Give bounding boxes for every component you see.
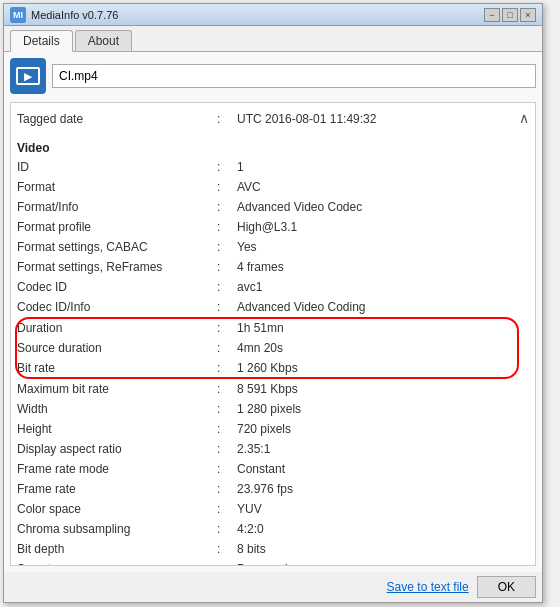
value-dar: 2.35:1 [237, 440, 529, 458]
row-width: Width : 1 280 pixels [17, 399, 529, 419]
window-title: MediaInfo v0.7.76 [31, 9, 484, 21]
value-chroma: 4:2:0 [237, 520, 529, 538]
tagged-date-value: UTC 2016-08-01 11:49:32 [237, 110, 519, 128]
row-height: Height : 720 pixels [17, 419, 529, 439]
value-id: 1 [237, 158, 529, 176]
value-duration: 1h 51mn [237, 319, 529, 337]
label-format-info: Format/Info [17, 198, 217, 216]
app-icon-text: MI [13, 10, 23, 20]
save-to-text-link[interactable]: Save to text file [387, 580, 469, 594]
bottom-bar: Save to text file OK [4, 572, 542, 602]
value-scan-type: Progressive [237, 560, 529, 566]
value-color-space: YUV [237, 500, 529, 518]
value-reframes: 4 frames [237, 258, 529, 276]
maximize-button[interactable]: □ [502, 8, 518, 22]
row-bit-depth: Bit depth : 8 bits [17, 539, 529, 559]
file-icon [10, 58, 46, 94]
file-bar [10, 58, 536, 94]
info-panel: Tagged date : UTC 2016-08-01 11:49:32 ∧ … [10, 102, 536, 566]
label-bit-rate: Bit rate [17, 359, 217, 377]
row-codec-id: Codec ID : avc1 [17, 277, 529, 297]
row-duration: Duration : 1h 51mn [17, 318, 529, 338]
window-controls: − □ × [484, 8, 536, 22]
value-max-bit-rate: 8 591 Kbps [237, 380, 529, 398]
label-height: Height [17, 420, 217, 438]
row-cabac: Format settings, CABAC : Yes [17, 237, 529, 257]
row-source-duration: Source duration : 4mn 20s [17, 338, 529, 358]
row-format: Format : AVC [17, 177, 529, 197]
value-format: AVC [237, 178, 529, 196]
video-section-title: Video [17, 141, 529, 155]
row-frame-rate: Frame rate : 23.976 fps [17, 479, 529, 499]
label-codec-id: Codec ID [17, 278, 217, 296]
main-window: MI MediaInfo v0.7.76 − □ × Details About… [3, 3, 543, 603]
row-dar: Display aspect ratio : 2.35:1 [17, 439, 529, 459]
label-bit-depth: Bit depth [17, 540, 217, 558]
label-frame-rate: Frame rate [17, 480, 217, 498]
row-format-profile: Format profile : High@L3.1 [17, 217, 529, 237]
row-reframes: Format settings, ReFrames : 4 frames [17, 257, 529, 277]
value-format-info: Advanced Video Codec [237, 198, 529, 216]
label-codec-id-info: Codec ID/Info [17, 298, 217, 316]
row-format-info: Format/Info : Advanced Video Codec [17, 197, 529, 217]
row-chroma: Chroma subsampling : 4:2:0 [17, 519, 529, 539]
value-height: 720 pixels [237, 420, 529, 438]
content-area: Tagged date : UTC 2016-08-01 11:49:32 ∧ … [4, 52, 542, 572]
row-frame-rate-mode: Frame rate mode : Constant [17, 459, 529, 479]
value-frame-rate-mode: Constant [237, 460, 529, 478]
title-bar: MI MediaInfo v0.7.76 − □ × [4, 4, 542, 26]
expand-icon[interactable]: ∧ [519, 108, 529, 129]
label-duration: Duration [17, 319, 217, 337]
value-width: 1 280 pixels [237, 400, 529, 418]
value-frame-rate: 23.976 fps [237, 480, 529, 498]
label-format-profile: Format profile [17, 218, 217, 236]
row-color-space: Color space : YUV [17, 499, 529, 519]
value-codec-id-info: Advanced Video Coding [237, 298, 529, 316]
value-cabac: Yes [237, 238, 529, 256]
label-max-bit-rate: Maximum bit rate [17, 380, 217, 398]
row-codec-id-info: Codec ID/Info : Advanced Video Coding [17, 297, 529, 317]
label-source-duration: Source duration [17, 339, 217, 357]
value-codec-id: avc1 [237, 278, 529, 296]
value-source-duration: 4mn 20s [237, 339, 529, 357]
close-button[interactable]: × [520, 8, 536, 22]
tagged-date-row: Tagged date : UTC 2016-08-01 11:49:32 ∧ [17, 107, 529, 130]
label-cabac: Format settings, CABAC [17, 238, 217, 256]
label-chroma: Chroma subsampling [17, 520, 217, 538]
label-color-space: Color space [17, 500, 217, 518]
label-width: Width [17, 400, 217, 418]
row-scan-type: Scan type : Progressive [17, 559, 529, 566]
ok-button[interactable]: OK [477, 576, 536, 598]
file-name-input[interactable] [52, 64, 536, 88]
label-dar: Display aspect ratio [17, 440, 217, 458]
app-icon: MI [10, 7, 26, 23]
row-id: ID : 1 [17, 157, 529, 177]
tagged-date-sep: : [217, 110, 237, 128]
label-scan-type: Scan type [17, 560, 217, 566]
value-bit-rate: 1 260 Kbps [237, 359, 529, 377]
label-frame-rate-mode: Frame rate mode [17, 460, 217, 478]
tab-bar: Details About [4, 26, 542, 52]
value-format-profile: High@L3.1 [237, 218, 529, 236]
label-reframes: Format settings, ReFrames [17, 258, 217, 276]
tagged-date-label: Tagged date [17, 110, 217, 128]
tab-details[interactable]: Details [10, 30, 73, 52]
label-format: Format [17, 178, 217, 196]
row-bit-rate: Bit rate : 1 260 Kbps [17, 358, 529, 378]
value-bit-depth: 8 bits [237, 540, 529, 558]
label-id: ID [17, 158, 217, 176]
row-max-bit-rate: Maximum bit rate : 8 591 Kbps [17, 379, 529, 399]
tab-about[interactable]: About [75, 30, 132, 51]
minimize-button[interactable]: − [484, 8, 500, 22]
